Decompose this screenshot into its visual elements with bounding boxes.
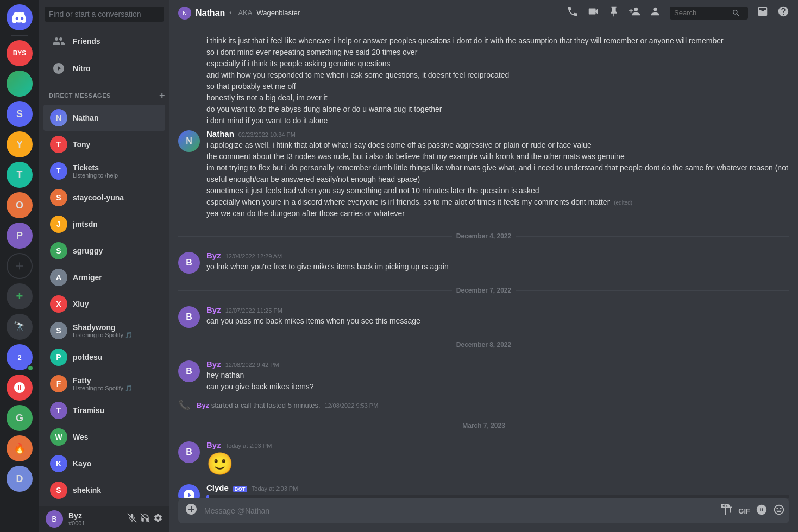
inbox-button[interactable] [757, 5, 769, 20]
dm-name-tiramisu: Tiramisu [73, 406, 161, 415]
dm-sidebar: Friends Nitro DIRECT MESSAGES + N Nathan… [39, 0, 169, 532]
gif-button[interactable]: GIF [738, 507, 750, 515]
settings-button[interactable] [153, 513, 163, 525]
sticker-button[interactable] [756, 504, 768, 518]
gift-button[interactable] [721, 504, 733, 518]
msg-avatar-byz-dec8: B [178, 360, 200, 382]
dm-name-shadywong: Shadywong [73, 323, 161, 332]
msg-timestamp-byz-dec8: 12/08/2022 9:42 PM [225, 362, 279, 368]
call-system-message: 📞 Byz started a call that lasted 5 minut… [178, 397, 789, 413]
message-group-byz-dec4: B Byz 12/04/2022 12:29 AM yo lmk when yo… [178, 249, 789, 276]
discord-home-button[interactable] [7, 4, 33, 30]
msg-edited-badge: (edited) [614, 200, 632, 206]
dm-avatar-fatty: F [50, 375, 67, 392]
dm-search-bar [39, 0, 169, 28]
dm-name-fatty: Fatty [73, 376, 161, 385]
msg-author-nathan: Nathan [206, 129, 234, 138]
chat-user-avatar: N [178, 7, 191, 20]
pinned-messages-button[interactable] [608, 5, 620, 20]
server-icon-orange[interactable]: 🔥 [7, 435, 33, 461]
server-icon-purple[interactable]: D [7, 466, 33, 492]
dm-item-nathan[interactable]: N Nathan [43, 105, 165, 131]
server-icon-bys[interactable]: BYS [7, 40, 33, 66]
friends-label: Friends [73, 37, 100, 46]
server-icon-explore[interactable]: 🔭 [7, 314, 33, 340]
call-button[interactable] [567, 5, 579, 20]
top-bar-icons [567, 5, 789, 20]
call-text: Byz started a call that lasted 5 minutes… [197, 401, 378, 409]
bot-badge: BOT [233, 486, 247, 492]
dm-item-tony[interactable]: T Tony [43, 131, 165, 157]
dm-avatar-xluy: X [50, 295, 67, 313]
friends-item[interactable]: Friends [43, 28, 165, 54]
msg-text: hey nathan [206, 370, 789, 381]
current-user-name: Byz [68, 511, 122, 520]
msg-text: yo lmk when you're free to give mike's i… [206, 261, 789, 273]
dm-avatar-jmtsdn: J [50, 216, 67, 233]
message-search[interactable] [670, 7, 748, 20]
dm-item-kayo[interactable]: K Kayo [43, 451, 165, 477]
server-icon-discord[interactable] [7, 375, 33, 401]
dm-item-tiramisu[interactable]: T Tiramisu [43, 397, 165, 423]
dm-item-tickets[interactable]: T Tickets Listening to /help [43, 158, 165, 184]
dm-name-kayo: Kayo [73, 459, 161, 468]
msg-avatar-byz-today: B [178, 441, 200, 463]
help-button[interactable] [777, 5, 789, 20]
dm-name-sgruggy: sgruggy [73, 246, 161, 255]
message-group-clyde: Clyde BOT Today at 2:03 PM Your message … [178, 481, 789, 498]
search-input[interactable] [674, 9, 728, 17]
msg-text: im not trying to flex but i do personall… [206, 162, 789, 185]
msg-text: can you give back mikes items? [206, 381, 789, 392]
message-input[interactable] [204, 501, 717, 521]
dm-avatar-kayo: K [50, 455, 67, 472]
server-icon-4[interactable]: Y [7, 131, 33, 157]
emoji-button[interactable] [773, 504, 785, 518]
server-icon-special[interactable]: 2 [7, 344, 33, 370]
dm-item-armiger[interactable]: A Armiger [43, 264, 165, 290]
msg-text: honestly its not a big deal, im over it [206, 92, 789, 104]
dm-item-jmtsdn[interactable]: J jmtsdn [43, 211, 165, 237]
dm-avatar-shadywong: S [50, 322, 67, 339]
dm-item-sgruggy[interactable]: S sgruggy [43, 238, 165, 264]
msg-timestamp-clyde: Today at 2:03 PM [252, 485, 298, 492]
server-icon-7[interactable]: P [7, 223, 33, 249]
chat-user-name: Nathan [196, 8, 225, 18]
dm-avatar-potdesu: P [50, 349, 67, 366]
server-icon-8[interactable] [7, 253, 33, 279]
dm-item-wes[interactable]: W Wes [43, 424, 165, 450]
server-icon-2[interactable] [7, 71, 33, 97]
dm-item-fatty[interactable]: F Fatty Listening to Spotify 🎵 [43, 371, 165, 397]
dm-item-shekink[interactable]: S shekink [43, 477, 165, 503]
server-icon-gaming[interactable]: G [7, 405, 33, 431]
dm-name-tony: Tony [73, 140, 161, 149]
msg-author-byz2: Byz [206, 305, 221, 314]
server-icon-5[interactable]: T [7, 162, 33, 188]
server-icon-3[interactable]: S [7, 101, 33, 127]
dm-item-staycool[interactable]: S staycool-yuna [43, 185, 165, 211]
dm-section-header: DIRECT MESSAGES + [39, 82, 169, 103]
msg-avatar-clyde [178, 484, 200, 498]
dm-search-input[interactable] [45, 7, 164, 22]
current-user-panel: B Byz #0001 [39, 506, 169, 532]
server-icon-add[interactable]: + [7, 283, 33, 309]
date-divider-mar7: March 7, 2023 [178, 413, 789, 438]
mute-button[interactable] [127, 513, 137, 525]
server-icon-6[interactable]: O [7, 192, 33, 218]
deafen-button[interactable] [140, 513, 150, 525]
current-user-avatar: B [46, 510, 63, 528]
msg-avatar-byz-dec4: B [178, 252, 200, 274]
add-friend-button[interactable] [629, 5, 640, 20]
video-button[interactable] [587, 5, 599, 20]
dm-item-xluy[interactable]: X Xluy [43, 291, 165, 317]
msg-author-byz3: Byz [206, 359, 221, 369]
dm-avatar-sgruggy: S [50, 242, 67, 259]
message-group-nathan: N Nathan 02/23/2022 10:34 PM i apologize… [178, 127, 789, 221]
add-attachment-button[interactable] [183, 498, 200, 523]
dm-item-potdesu[interactable]: P potdesu [43, 344, 165, 370]
current-user-tag: #0001 [68, 520, 122, 527]
dm-item-shadywong[interactable]: S Shadywong Listening to Spotify 🎵 [43, 318, 165, 344]
user-profile-button[interactable] [649, 5, 661, 20]
nitro-item[interactable]: Nitro [43, 55, 165, 81]
add-dm-button[interactable]: + [159, 91, 165, 100]
main-chat-area: N Nathan • AKA Wagenblaster [169, 0, 798, 532]
